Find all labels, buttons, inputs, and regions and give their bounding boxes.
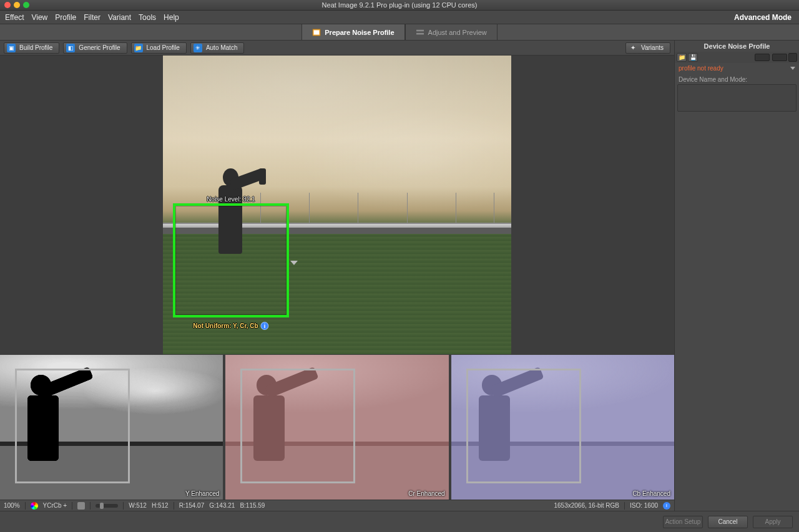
variants-label: Variants [641, 44, 664, 51]
colorspace-mode[interactable]: YCrCb + [43, 502, 67, 509]
build-profile-button[interactable]: ▣ Build Profile [4, 42, 59, 54]
image-viewer[interactable]: Noise Level: 32.1 Not Uniform: Y, Cr, Cb… [163, 56, 511, 354]
image-dims: 1653x2066, 16-bit RGB [554, 502, 619, 509]
sel-height: H:512 [152, 502, 169, 509]
chevron-down-icon [790, 67, 795, 70]
panel-iconrow: 📁 💾 [675, 52, 799, 63]
zoom-level[interactable]: 100% [4, 502, 20, 509]
tab-prepare-noise-profile[interactable]: Prepare Noise Profile [301, 24, 404, 40]
window-title: Neat Image 9.2.1 Pro plug-in (using 12 C… [0, 1, 799, 9]
readout-b: B:115.59 [240, 502, 265, 509]
build-profile-label: Build Profile [19, 44, 52, 51]
channel-y-label: Y Enhanced [185, 490, 219, 497]
prev-profile-button[interactable] [755, 54, 770, 61]
profile-status-text: profile not ready [679, 65, 723, 72]
colorspace-icon[interactable] [31, 502, 38, 510]
generic-profile-label: Generic Profile [79, 44, 120, 51]
close-icon[interactable] [4, 2, 11, 8]
auto-match-label: Auto Match [206, 44, 238, 51]
save-icon[interactable]: 💾 [688, 53, 698, 62]
variants-button[interactable]: ✦ Variants [625, 42, 670, 54]
channel-cr-label: Cr Enhanced [408, 490, 444, 497]
channel-cb-selection [466, 369, 581, 483]
channel-cr[interactable]: Cr Enhanced [225, 355, 448, 500]
tab-adjust-preview[interactable]: Adjust and Preview [405, 24, 498, 40]
folder-open-icon[interactable]: 📁 [677, 53, 687, 62]
tab-adjust-label: Adjust and Preview [428, 29, 487, 36]
window-titlebar: Neat Image 9.2.1 Pro plug-in (using 12 C… [0, 0, 799, 11]
channel-y[interactable]: Y Enhanced [0, 355, 223, 500]
menubar: Effect View Profile Filter Variant Tools… [0, 11, 799, 24]
folder-open-icon: 📁 [134, 44, 143, 52]
not-uniform-label: Not Uniform: Y, Cr, Cb [193, 322, 258, 329]
next-profile-button[interactable] [772, 54, 787, 61]
advanced-mode-toggle[interactable]: Advanced Mode [734, 13, 792, 22]
view-slider[interactable] [96, 504, 118, 508]
svg-rect-3 [416, 32, 424, 34]
cancel-button[interactable]: Cancel [708, 516, 748, 528]
device-name-label: Device Name and Mode: [675, 74, 799, 84]
panel-title: Device Noise Profile [675, 41, 799, 52]
load-profile-label: Load Profile [147, 44, 180, 51]
device-name-box [677, 84, 797, 112]
sel-width: W:512 [129, 502, 147, 509]
viewer-statusbar: 100% YCrCb + W:512 H:512 R:154.07 G:143.… [0, 500, 674, 511]
chevron-down-icon[interactable] [290, 261, 298, 265]
channel-previews: Y Enhanced Cr Enhanced Cb Enhanced [0, 355, 674, 500]
menu-variant[interactable]: Variant [108, 13, 131, 22]
magic-wand-icon: ✳ [194, 44, 202, 52]
profile-menu-button[interactable] [788, 53, 797, 62]
menu-tools[interactable]: Tools [139, 13, 156, 22]
menu-profile[interactable]: Profile [55, 13, 76, 22]
window-traffic-lights [4, 2, 29, 8]
channel-cb-label: Cb Enhanced [632, 490, 670, 497]
info-icon[interactable]: i [261, 322, 269, 330]
svg-rect-2 [416, 29, 424, 31]
channel-cb[interactable]: Cb Enhanced [451, 355, 674, 500]
sliders-icon [416, 29, 424, 36]
image-iso: ISO: 1600 [630, 502, 658, 509]
profile-icon [312, 29, 321, 36]
svg-rect-1 [314, 30, 320, 34]
noise-sample-selection[interactable]: Noise Level: 32.1 Not Uniform: Y, Cr, Cb… [173, 203, 289, 317]
menu-view[interactable]: View [31, 13, 47, 22]
main-content: ▣ Build Profile ◧ Generic Profile 📁 Load… [0, 41, 799, 511]
image-viewer-area[interactable]: Noise Level: 32.1 Not Uniform: Y, Cr, Cb… [0, 56, 674, 355]
build-icon: ▣ [7, 44, 16, 52]
readout-r: R:154.07 [179, 502, 205, 509]
view-mode-icon[interactable] [77, 502, 85, 510]
generic-icon: ◧ [66, 44, 75, 52]
action-setup-button[interactable]: Action Setup [663, 516, 703, 528]
tab-prepare-label: Prepare Noise Profile [325, 29, 394, 36]
device-noise-profile-panel: Device Noise Profile 📁 💾 profile not rea… [674, 41, 799, 511]
maximize-icon[interactable] [23, 2, 29, 8]
sparkle-icon: ✦ [629, 44, 637, 52]
menu-effect[interactable]: Effect [5, 13, 24, 22]
generic-profile-button[interactable]: ◧ Generic Profile [63, 42, 127, 54]
profile-toolbar: ▣ Build Profile ◧ Generic Profile 📁 Load… [0, 41, 674, 56]
menu-help[interactable]: Help [164, 13, 179, 22]
channel-cr-selection [240, 369, 355, 483]
menu-filter[interactable]: Filter [84, 13, 100, 22]
readout-g: G:143.21 [209, 502, 235, 509]
dialog-footer: Action Setup Cancel Apply [0, 511, 799, 532]
auto-match-button[interactable]: ✳ Auto Match [190, 42, 245, 54]
main-tabs: Prepare Noise Profile Adjust and Preview [0, 24, 799, 41]
noise-level-label: Noise Level: 32.1 [207, 196, 255, 203]
apply-button[interactable]: Apply [753, 516, 793, 528]
load-profile-button[interactable]: 📁 Load Profile [131, 42, 187, 54]
info-icon[interactable]: i [663, 502, 670, 510]
profile-status-row[interactable]: profile not ready [675, 63, 799, 74]
channel-y-selection [15, 369, 130, 483]
minimize-icon[interactable] [14, 2, 20, 8]
